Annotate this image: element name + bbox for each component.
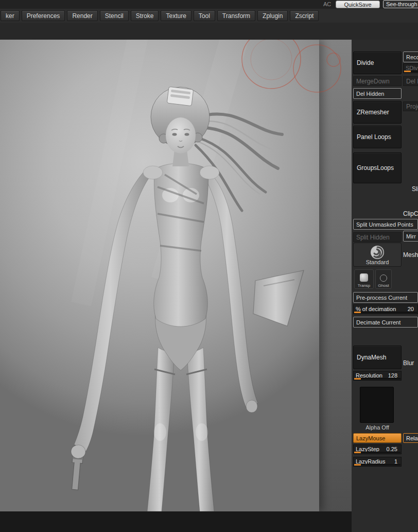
mirror-button[interactable]: Mirr bbox=[403, 231, 418, 242]
quicksave-button[interactable]: QuickSave bbox=[336, 1, 380, 8]
slider-track[interactable] bbox=[354, 464, 400, 466]
blur-slider[interactable]: Blur bbox=[403, 359, 418, 367]
lazystep-slider[interactable]: LazyStep 0.25 bbox=[353, 444, 402, 454]
relative-button[interactable]: Relat bbox=[403, 433, 418, 443]
panel-loops-button[interactable]: Panel Loops bbox=[353, 126, 402, 148]
zremesher-button[interactable]: ZRemesher bbox=[353, 101, 402, 124]
record-button[interactable]: Reco bbox=[403, 52, 418, 62]
ghost-button[interactable]: Ghost bbox=[375, 269, 392, 289]
ghost-label: Ghost bbox=[378, 283, 389, 288]
mesh-button[interactable]: Mesh bbox=[403, 251, 418, 259]
see-through-slider[interactable]: See-through bbox=[383, 0, 418, 8]
divide-button[interactable]: Divide bbox=[353, 52, 402, 74]
bottom-bar bbox=[0, 511, 352, 532]
canvas-area[interactable] bbox=[0, 40, 352, 511]
menu-item-preferences[interactable]: Preferences bbox=[22, 10, 65, 21]
transp-label: Transp bbox=[358, 283, 371, 288]
split-hidden-button[interactable]: Split Hidden bbox=[353, 232, 402, 242]
ac-indicator: AC bbox=[323, 1, 331, 7]
sdiv-slider[interactable]: SDiv bbox=[403, 63, 418, 73]
current-brush-tile[interactable]: Standard bbox=[353, 243, 402, 267]
slider-handle[interactable] bbox=[354, 452, 361, 453]
menu-item-texture[interactable]: Texture bbox=[161, 10, 191, 21]
decimate-current-button[interactable]: Decimate Current bbox=[353, 317, 418, 328]
slider-handle[interactable] bbox=[354, 464, 361, 466]
slider-handle[interactable] bbox=[354, 378, 361, 380]
alpha-off-label: Alpha Off bbox=[353, 424, 402, 432]
groups-loops-button[interactable]: GroupsLoops bbox=[353, 152, 402, 183]
slider-handle[interactable] bbox=[354, 312, 361, 313]
slider-track[interactable] bbox=[354, 312, 417, 313]
transp-button[interactable]: Transp bbox=[354, 269, 374, 289]
slider-handle[interactable] bbox=[404, 71, 411, 72]
standard-brush-icon bbox=[370, 245, 385, 260]
mergedown-button[interactable]: MergeDown bbox=[353, 76, 402, 86]
document-viewport[interactable] bbox=[0, 40, 319, 511]
transparency-icon bbox=[360, 273, 368, 282]
lazyradius-slider[interactable]: LazyRadius 1 bbox=[353, 457, 402, 467]
lazymouse-button[interactable]: LazyMouse bbox=[353, 433, 402, 443]
del-hidden-button[interactable]: Del Hidden bbox=[353, 88, 402, 99]
del-lower-button[interactable]: Del L bbox=[403, 76, 418, 86]
menu-item-zplugin[interactable]: Zplugin bbox=[257, 10, 288, 21]
dynamesh-button[interactable]: DynaMesh bbox=[353, 346, 402, 369]
decimation-percent-slider[interactable]: % of decimation 20 bbox=[353, 304, 418, 314]
slider-track[interactable] bbox=[354, 452, 400, 453]
project-button[interactable]: Proje bbox=[403, 101, 418, 111]
menu-item-marker[interactable]: ker bbox=[1, 10, 20, 21]
menu-item-stencil[interactable]: Stencil bbox=[100, 10, 129, 21]
preprocess-current-button[interactable]: Pre-process Current bbox=[353, 292, 418, 303]
menubar: ker Preferences Render Stencil Stroke Te… bbox=[0, 9, 418, 23]
menu-item-render[interactable]: Render bbox=[67, 10, 97, 21]
menu-item-transform[interactable]: Transform bbox=[217, 10, 255, 21]
top-shelf: AC QuickSave See-through bbox=[0, 0, 418, 9]
tool-panel: Divide Reco SDiv MergeDown Del L Del Hid… bbox=[352, 40, 418, 532]
zbrush-app: AC QuickSave See-through ker Preferences… bbox=[0, 0, 418, 532]
menu-item-zscript[interactable]: Zscript bbox=[290, 10, 319, 21]
clip-curve-button[interactable]: ClipC bbox=[403, 210, 418, 218]
sculpted-model bbox=[0, 40, 319, 511]
resolution-slider[interactable]: Resolution 128 bbox=[353, 371, 402, 381]
split-unmasked-points-button[interactable]: Split Unmasked Points bbox=[353, 219, 418, 230]
ghost-icon bbox=[380, 274, 387, 282]
slice-button[interactable]: Sli bbox=[412, 185, 418, 193]
menu-item-stroke[interactable]: Stroke bbox=[131, 10, 159, 21]
slider-track[interactable] bbox=[354, 378, 400, 380]
menu-item-tool[interactable]: Tool bbox=[194, 10, 215, 21]
alpha-thumbnail[interactable] bbox=[360, 387, 394, 423]
